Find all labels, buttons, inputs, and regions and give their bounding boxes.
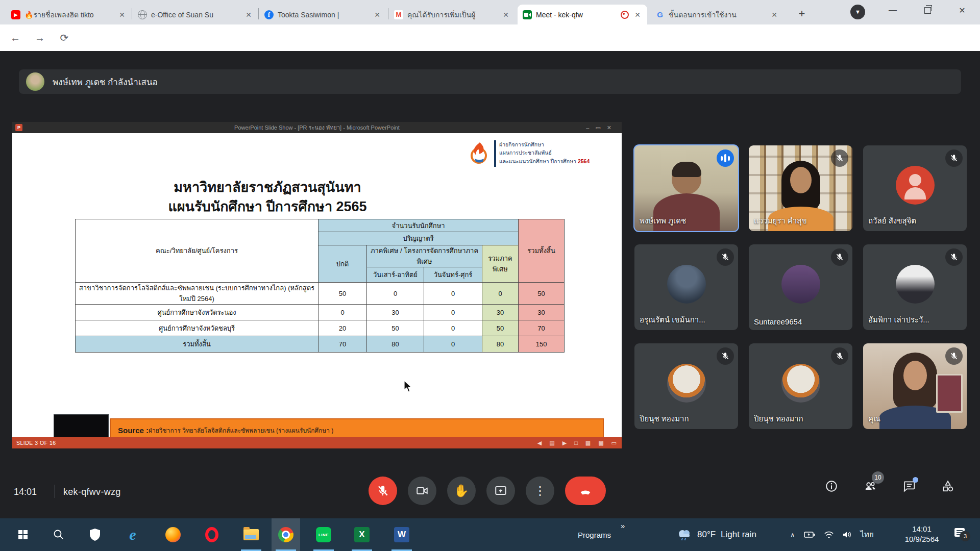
search-button[interactable] (44, 518, 73, 551)
excel-icon[interactable]: X (348, 518, 376, 551)
table-row: ศูนย์การศึกษาจังหวัดระนอง 0 30 0 30 30 (76, 305, 565, 320)
participant-tile[interactable]: พงษ์เทพ ภูเดช (634, 145, 738, 231)
tab-youtube[interactable]: ▶ 🔥รายชื่อเพลงฮิต tikto ✕ (6, 5, 132, 24)
participant-tile[interactable]: ถวัลย์ สังขสุจิต (863, 145, 967, 231)
presenting-banner: พงษ์เทพ ภูเดช กำลังนำเสนอ (19, 69, 961, 94)
participant-tile[interactable]: ปิยนุช ทองมาก (634, 343, 738, 429)
weather-widget[interactable]: 80°F Light rain (677, 518, 756, 551)
tab-eoffice[interactable]: e-Office of Suan Su ✕ (133, 5, 258, 24)
tab-gmail[interactable]: M คุณได้รับการเพิ่มเป็นผู้ ✕ (389, 5, 516, 24)
col-header-special-total: รวมภาคพิเศษ (482, 245, 519, 283)
start-button[interactable] (9, 518, 37, 551)
tab-google-search[interactable]: G ขั้นตอนการเข้าใช้งาน ✕ (650, 5, 784, 24)
col-header-satsun: วันเสาร์-อาทิตย์ (367, 267, 424, 283)
participant-name: ถวัลย์ สังขสุจิต (868, 215, 916, 227)
back-button[interactable]: ← (7, 30, 23, 46)
presenter-avatar (26, 72, 44, 91)
participants-button[interactable]: 10 (864, 480, 877, 493)
raise-hand-button[interactable]: ✋ (447, 477, 476, 505)
participant-tile-self[interactable]: คุณ (863, 343, 967, 429)
reload-button[interactable]: ⟳ (56, 30, 72, 46)
tab-facebook[interactable]: f Tookta Sasiwimon | ✕ (259, 5, 387, 24)
slide-black-box (54, 414, 109, 437)
internet-explorer-icon[interactable]: e (118, 518, 147, 551)
chrome-taskbar-icon[interactable] (272, 518, 300, 551)
tab-separator (388, 8, 388, 19)
firefox-icon[interactable] (159, 518, 187, 551)
window-close-button[interactable]: ✕ (950, 0, 974, 20)
forward-button[interactable]: → (32, 30, 48, 46)
close-icon[interactable]: ✕ (770, 11, 779, 19)
activities-button[interactable] (941, 480, 954, 493)
more-options-button[interactable]: ⋮ (526, 477, 554, 505)
col-header-monfri: วันจันทร์-ศุกร์ (424, 267, 482, 283)
next-slide-icon: ▶ (562, 440, 567, 446)
close-icon[interactable]: ✕ (244, 11, 253, 19)
end-call-button[interactable] (565, 477, 606, 505)
volume-icon[interactable] (843, 531, 852, 539)
present-screen-button[interactable] (486, 477, 515, 505)
tab-meet-active[interactable]: Meet - kek-qfw ✕ (518, 5, 647, 24)
line-app-icon[interactable]: LINE (309, 518, 338, 551)
slideshow-toolbar-icons[interactable]: ◀▤▶ □▦▩▭ (537, 440, 617, 446)
close-icon[interactable]: ✕ (633, 11, 642, 19)
close-icon[interactable]: ✕ (117, 11, 127, 19)
slide-view-icon: □ (574, 440, 578, 446)
slide-title-line2: แผนรับนักศึกษา ปีการศึกษา 2565 (12, 195, 523, 217)
action-center-button[interactable]: 3 (953, 527, 966, 539)
tab-separator (132, 8, 132, 19)
language-indicator[interactable]: ไทย (861, 529, 874, 541)
hidden-icons-chevron[interactable]: ∧ (790, 531, 795, 539)
close-icon[interactable]: ✕ (501, 11, 510, 19)
windows-taskbar: e LINE X W Programs » 80°F Light rain ∧ … (0, 518, 980, 551)
powerpoint-statusbar: SLIDE 3 OF 16 ◀▤▶ □▦▩▭ (12, 437, 622, 448)
participant-tile[interactable]: แววมยุรา คำสุข (749, 145, 852, 231)
display-settings-icon: ▭ (611, 440, 617, 446)
close-icon[interactable]: ✕ (373, 11, 382, 19)
menu-icon: ▤ (549, 440, 554, 446)
window-restore-button[interactable] (916, 0, 939, 20)
participant-tile[interactable]: อรุณรัตน์ เขม้นกา... (634, 244, 738, 330)
participant-tile[interactable]: Suntaree9654 (749, 244, 852, 330)
participant-name: พงษ์เทพ ภูเดช (640, 215, 686, 227)
table-row: สาขาวิชาการจัดการโลจิสติกส์และซัพพลายเชน… (76, 283, 565, 305)
participant-tile[interactable]: อัมพิกา เล่าประวั... (863, 244, 967, 330)
tab-separator (258, 8, 259, 19)
participant-avatar (781, 364, 820, 403)
window-minimize-button[interactable]: — (881, 0, 904, 20)
recording-dot-icon (621, 11, 629, 19)
participant-name: ปิยนุช ทองมาก (640, 413, 689, 425)
mic-toggle-button[interactable] (369, 477, 397, 505)
participant-avatar (896, 166, 935, 205)
toolbar-overflow-chevron[interactable]: » (621, 521, 625, 530)
col-header-program: คณะ/วิทยาลัย/ศูนย์/โครงการ (76, 219, 318, 283)
wifi-icon[interactable] (824, 531, 834, 539)
speaking-indicator-icon (717, 149, 734, 167)
battery-icon[interactable] (804, 531, 815, 538)
tab-title: e-Office of Suan Su (151, 11, 240, 19)
col-header-special: ภาคพิเศษ / โครงการจัดการศึกษาภาคพิเศษ (367, 245, 482, 267)
powerpoint-title: PowerPoint Slide Show - [PR ระนอง พัทยา]… (12, 123, 622, 132)
grid-view-icon: ▦ (585, 440, 591, 446)
facebook-icon: f (264, 10, 274, 19)
torch-emblem-icon (470, 140, 491, 167)
camera-toggle-button[interactable] (408, 477, 436, 505)
meeting-details-button[interactable] (825, 480, 838, 493)
chat-button[interactable] (902, 480, 916, 493)
word-icon[interactable]: W (387, 518, 416, 551)
col-header-bachelor: ปริญญาตรี (318, 232, 519, 245)
presenting-banner-text: พงษ์เทพ ภูเดช กำลังนำเสนอ (53, 75, 158, 89)
participant-grid: พงษ์เทพ ภูเดช แววมยุรา คำสุข ถวัลย์ สังข… (634, 145, 967, 429)
tab-search-button[interactable]: ▼ (850, 5, 865, 19)
programs-toolbar[interactable]: Programs (578, 518, 611, 551)
participant-tile[interactable]: ปิยนุช ทองมาก (749, 343, 852, 429)
zebra-icon: ▩ (598, 440, 603, 446)
new-tab-button[interactable]: + (794, 6, 810, 21)
taskbar-clock[interactable]: 14:01 10/9/2564 (896, 524, 947, 544)
opera-icon[interactable] (198, 518, 226, 551)
slide-canvas: ฝ่ายกิจการนักศึกษา แผนการประชาสัมพันธ์ แ… (12, 133, 622, 437)
defender-icon[interactable] (81, 518, 109, 551)
file-explorer-icon[interactable] (237, 518, 265, 551)
meeting-code: kek-qfwv-wzg (63, 487, 121, 497)
mouse-cursor (403, 380, 412, 393)
